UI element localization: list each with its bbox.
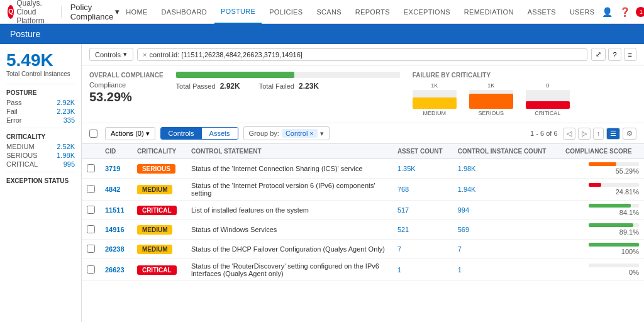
row-checkbox[interactable] bbox=[87, 164, 95, 172]
row-checkbox[interactable] bbox=[87, 206, 95, 214]
critical-count: 0 bbox=[546, 82, 549, 89]
nav-home[interactable]: HOME bbox=[119, 0, 153, 24]
score-bar-fill bbox=[589, 243, 639, 247]
filter-expand-btn[interactable]: ⤢ bbox=[591, 48, 606, 61]
th-control-statement[interactable]: CONTROL STATEMENT bbox=[186, 144, 392, 159]
group-by-label: Group by: bbox=[249, 130, 279, 137]
th-instance-count[interactable]: CONTROL INSTANCE COUNT bbox=[453, 144, 560, 159]
statement-cell: Status of Windows Services bbox=[186, 220, 392, 240]
total-instances-number: 5.49K bbox=[6, 52, 75, 69]
compliance-progress-bar bbox=[176, 72, 400, 78]
top-navigation: Q Qualys. Cloud Platform Policy Complian… bbox=[0, 0, 644, 24]
compliance-bars: Total Passed 2.92K Total Failed 2.23K bbox=[176, 72, 400, 91]
export-btn[interactable]: ↑ bbox=[593, 128, 604, 140]
instance-count-cell: 569 bbox=[453, 220, 560, 240]
compliance-percentage: 53.29% bbox=[89, 90, 164, 104]
help-icon[interactable]: ❓ bbox=[618, 6, 631, 18]
filter-clear-icon[interactable]: × bbox=[143, 51, 147, 58]
policy-compliance-label: Policy Compliance bbox=[70, 3, 114, 21]
nav-left: Q Qualys. Cloud Platform Policy Complian… bbox=[8, 0, 119, 25]
nav-dashboard[interactable]: DASHBOARD bbox=[155, 0, 213, 24]
assets-tab[interactable]: Assets bbox=[202, 128, 238, 139]
cid-cell[interactable]: 4842 bbox=[100, 179, 132, 201]
row-checkbox[interactable] bbox=[87, 185, 95, 193]
main-layout: 5.49K Total Control Instances POSTURE Pa… bbox=[0, 44, 644, 322]
criticality-badge: MEDIUM bbox=[137, 225, 173, 235]
filter-help-btn[interactable]: ? bbox=[608, 48, 621, 61]
select-all-checkbox[interactable] bbox=[89, 130, 97, 138]
row-checkbox[interactable] bbox=[87, 265, 95, 274]
nav-right: 👤 ❓ 1 bbox=[601, 6, 644, 18]
view-tab-group: Controls Assets bbox=[160, 127, 238, 140]
row-checkbox[interactable] bbox=[87, 225, 95, 233]
table-header-row: CID CRITICALITY CONTROL STATEMENT ASSET … bbox=[82, 144, 644, 159]
row-checkbox[interactable] bbox=[87, 245, 95, 253]
statement-cell: Status of the DHCP Failover Configuratio… bbox=[186, 240, 392, 259]
notification-badge[interactable]: 1 bbox=[636, 7, 644, 17]
cid-cell[interactable]: 3719 bbox=[100, 159, 132, 179]
settings-btn[interactable]: ⚙ bbox=[623, 128, 636, 140]
prev-page-btn[interactable]: ◁ bbox=[563, 128, 575, 140]
cid-cell[interactable]: 11511 bbox=[100, 201, 132, 220]
next-page-btn[interactable]: ▷ bbox=[578, 128, 591, 140]
cid-cell[interactable]: 26238 bbox=[100, 240, 132, 259]
filter-type-label: Controls bbox=[95, 51, 121, 58]
criticality-section-title: CRITICALITY bbox=[6, 133, 75, 140]
th-cid[interactable]: CID bbox=[100, 144, 132, 159]
filter-text: control.id: [11511,26238,4842,26623,3719… bbox=[149, 51, 302, 58]
medium-label: MEDIUM bbox=[6, 143, 35, 150]
medium-bar-outer bbox=[413, 90, 457, 109]
nav-assets[interactable]: ASSETS bbox=[521, 0, 562, 24]
nav-posture[interactable]: POSTURE bbox=[214, 0, 262, 24]
criticality-badge: MEDIUM bbox=[137, 185, 173, 194]
actions-button[interactable]: Actions (0) ▾ bbox=[105, 127, 155, 140]
sidebar-medium-row: MEDIUM 2.52K bbox=[6, 143, 75, 150]
score-percentage: 84.1% bbox=[619, 209, 639, 216]
nav-users[interactable]: USERS bbox=[564, 0, 601, 24]
score-bar-outer bbox=[589, 183, 639, 187]
total-failed-value: 2.23K bbox=[299, 82, 319, 91]
logo-text: Qualys. Cloud Platform bbox=[16, 0, 52, 25]
list-view-btn[interactable]: ☰ bbox=[606, 128, 620, 140]
critical-value: 995 bbox=[64, 160, 75, 168]
criticality-badge: CRITICAL bbox=[137, 265, 177, 275]
serious-label: SERIOUS bbox=[6, 152, 38, 159]
compliance-left: OVERALL COMPLIANCE Compliance 53.29% bbox=[89, 72, 164, 104]
criticality-badge: SERIOUS bbox=[137, 164, 175, 174]
logo-icon: Q bbox=[8, 5, 14, 19]
controls-tab[interactable]: Controls bbox=[161, 128, 202, 139]
th-compliance-score[interactable]: COMPLIANCE SCORE bbox=[560, 144, 644, 159]
sidebar-divider-1 bbox=[6, 84, 75, 84]
nav-exceptions[interactable]: EXCEPTIONS bbox=[397, 0, 457, 24]
nav-reports[interactable]: REPORTS bbox=[349, 0, 396, 24]
th-asset-count[interactable]: ASSET COUNT bbox=[392, 144, 453, 159]
statement-cell: List of installed features on the system bbox=[186, 201, 392, 220]
serious-bar-outer bbox=[469, 90, 513, 109]
group-by-control[interactable]: Group by: Control × ▾ bbox=[243, 126, 330, 140]
nav-remediation[interactable]: REMEDIATION bbox=[458, 0, 520, 24]
compliance-score-cell: 0% bbox=[560, 259, 644, 281]
group-by-close-icon[interactable]: × bbox=[309, 130, 313, 137]
filter-menu-btn[interactable]: ≡ bbox=[624, 48, 636, 61]
serious-count: 1K bbox=[487, 82, 494, 89]
cid-cell[interactable]: 26623 bbox=[100, 259, 132, 281]
policy-compliance-dropdown[interactable]: Policy Compliance ▾ bbox=[70, 3, 120, 21]
table-row: 11511 CRITICAL List of installed feature… bbox=[82, 201, 644, 220]
pass-label: Pass bbox=[6, 99, 21, 106]
row-checkbox-cell bbox=[82, 259, 100, 281]
filter-type-dropdown[interactable]: Controls ▾ bbox=[89, 48, 133, 61]
asset-count-cell: 521 bbox=[392, 220, 453, 240]
asset-count-cell: 1.35K bbox=[392, 159, 453, 179]
nav-scans[interactable]: SCANS bbox=[310, 0, 347, 24]
instance-count-cell: 1 bbox=[453, 259, 560, 281]
score-bar-outer bbox=[589, 243, 639, 247]
row-checkbox-cell bbox=[82, 240, 100, 259]
user-icon[interactable]: 👤 bbox=[601, 6, 613, 18]
criticality-cell: MEDIUM bbox=[132, 220, 186, 240]
cid-cell[interactable]: 14916 bbox=[100, 220, 132, 240]
score-bar-outer bbox=[589, 162, 639, 166]
score-bar-fill bbox=[589, 223, 633, 227]
th-criticality[interactable]: CRITICALITY bbox=[132, 144, 186, 159]
score-bar-outer bbox=[589, 264, 639, 267]
nav-policies[interactable]: POLICIES bbox=[263, 0, 309, 24]
